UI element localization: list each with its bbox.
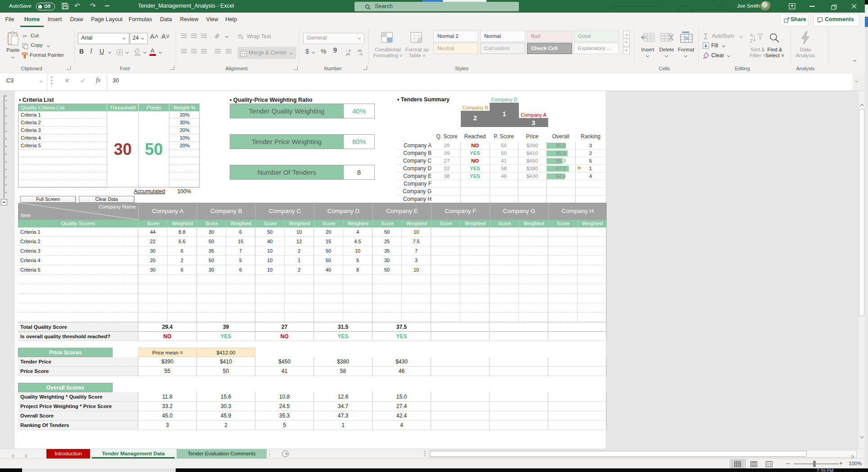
dialog-launcher-icon[interactable] <box>294 66 298 70</box>
align-left-icon[interactable] <box>201 49 207 54</box>
empty-cell[interactable] <box>431 294 460 303</box>
chevron-down-icon[interactable] <box>225 35 229 39</box>
tab-scrollbar-sizer[interactable] <box>424 451 426 457</box>
align-top-icon[interactable] <box>181 34 187 38</box>
chevron-down-icon[interactable] <box>312 51 315 54</box>
summary-reached[interactable]: YES <box>460 172 490 180</box>
empty-cell[interactable] <box>197 294 226 303</box>
criteria-value-cell[interactable] <box>490 237 519 246</box>
style-gallery-scroll[interactable] <box>623 31 630 38</box>
empty-cell[interactable] <box>343 294 373 303</box>
company-header[interactable]: Company H <box>548 203 607 220</box>
price-row-label[interactable]: Project Price Weighting * Price Score <box>18 402 138 411</box>
company-header[interactable]: Company F <box>431 203 490 220</box>
price-value-cell[interactable]: 35.3 <box>255 411 314 421</box>
summary-ranking[interactable]: 2 <box>575 150 606 157</box>
summary-price[interactable]: $450 <box>518 157 546 165</box>
empty-cell[interactable] <box>519 294 548 303</box>
subheader-cell[interactable]: Score <box>197 220 226 227</box>
price-value-cell[interactable] <box>490 367 548 376</box>
criteria-value-cell[interactable] <box>431 246 460 256</box>
criteria-weight-cell[interactable]: 20% <box>169 111 200 119</box>
company-header[interactable]: Company D <box>314 203 373 220</box>
criteria-value-cell[interactable]: 8.8 <box>168 227 197 237</box>
criteria-row-label[interactable]: Criteria 4 <box>18 256 138 265</box>
increase-indent-icon[interactable] <box>226 49 232 54</box>
empty-cell[interactable] <box>577 284 607 294</box>
weighting-label[interactable]: Number Of Tenders <box>230 165 344 180</box>
price-value-cell[interactable] <box>490 402 548 411</box>
criteria-value-cell[interactable]: 8 <box>343 265 373 275</box>
decrease-indent-icon[interactable] <box>215 49 221 54</box>
empty-cell[interactable] <box>577 275 607 284</box>
price-value-cell[interactable] <box>548 367 607 376</box>
summary-reached[interactable] <box>460 195 490 203</box>
criteria-value-cell[interactable]: 3 <box>402 256 431 265</box>
criteria-value-cell[interactable] <box>519 265 548 275</box>
empty-cell[interactable] <box>314 284 343 294</box>
price-value-cell[interactable]: 47.3 <box>314 411 373 421</box>
criteria-value-cell[interactable] <box>548 265 577 275</box>
summary-header[interactable]: Reached <box>460 133 490 142</box>
empty-cell[interactable] <box>548 303 577 313</box>
weighting-value[interactable]: 60% <box>343 134 375 149</box>
summary-ranking[interactable]: 4 <box>575 172 606 180</box>
autosave-toggle[interactable]: Off <box>36 3 55 10</box>
price-row-label[interactable]: Ranking Of Tenders <box>18 421 138 430</box>
criteria-value-cell[interactable]: 6.6 <box>168 237 197 246</box>
font-size-select[interactable]: 24 <box>130 33 148 44</box>
empty-cell[interactable] <box>490 303 519 313</box>
summary-overall[interactable]: 42.4 <box>546 172 575 180</box>
summary-company[interactable]: Company G <box>396 188 432 195</box>
criteria-weight-cell[interactable]: 30% <box>169 119 200 127</box>
empty-cell[interactable] <box>373 313 402 322</box>
summary-qscore[interactable]: 39 <box>433 150 460 157</box>
empty-cell[interactable] <box>285 275 314 284</box>
chevron-down-icon[interactable] <box>740 35 743 39</box>
criteria-value-cell[interactable] <box>519 237 548 246</box>
total-value-cell[interactable]: NO <box>255 331 314 341</box>
zoom-slider-track[interactable] <box>794 463 839 464</box>
price-value-cell[interactable]: 41 <box>255 367 314 376</box>
criteria-value-cell[interactable]: 22 <box>138 237 168 246</box>
align-left-icon[interactable] <box>181 49 187 54</box>
tab-data[interactable]: Data <box>157 13 175 27</box>
criteria-weight-cell[interactable] <box>169 180 200 188</box>
criteria-value-cell[interactable] <box>548 246 577 256</box>
dialog-launcher-icon[interactable] <box>67 66 71 70</box>
empty-cell[interactable] <box>197 275 226 284</box>
chevron-down-icon[interactable] <box>141 37 145 41</box>
summary-ranking[interactable] <box>575 188 606 195</box>
criteria-weight-cell[interactable] <box>169 172 200 180</box>
name-box[interactable]: C3 <box>6 77 14 84</box>
style-cell-good[interactable]: Good <box>574 31 619 42</box>
price-row-label[interactable]: Overall Score <box>18 411 138 421</box>
subheader-cell[interactable]: Score <box>255 220 285 227</box>
summary-reached[interactable] <box>460 188 490 195</box>
price-value-cell[interactable]: 2 <box>197 421 255 430</box>
paste-button[interactable]: Paste <box>4 29 23 63</box>
format-label[interactable]: Format <box>672 47 700 52</box>
summary-price[interactable] <box>518 188 546 195</box>
vertical-scrollbar[interactable] <box>858 91 865 449</box>
empty-cell[interactable] <box>373 284 402 294</box>
criteria-value-cell[interactable]: 4 <box>343 227 373 237</box>
empty-cell[interactable] <box>168 275 197 284</box>
criteria-weight-cell[interactable] <box>169 150 200 157</box>
chevron-down-icon[interactable] <box>358 37 361 41</box>
criteria-value-cell[interactable]: 20 <box>314 227 343 237</box>
criteria-value-cell[interactable]: 30 <box>197 227 226 237</box>
comma-icon[interactable]: 9 <box>333 46 337 54</box>
criteria-value-cell[interactable] <box>577 256 607 265</box>
empty-cell[interactable] <box>431 303 460 313</box>
price-row-label[interactable]: Quality Weighting * Quality Score <box>18 392 138 402</box>
empty-cell[interactable] <box>460 275 490 284</box>
format-as-table-label2[interactable]: Table ˅ <box>399 53 436 58</box>
company-header[interactable]: Company A <box>138 203 197 220</box>
empty-cell[interactable] <box>490 313 519 322</box>
empty-row-label[interactable] <box>18 303 138 313</box>
sheet-tab-2[interactable]: Tender Management Data <box>92 449 175 458</box>
total-value-cell[interactable]: YES <box>197 331 255 341</box>
chevron-down-icon[interactable] <box>646 54 650 58</box>
sheet-tab-3[interactable]: Tender Evaluation Comments <box>177 449 267 458</box>
